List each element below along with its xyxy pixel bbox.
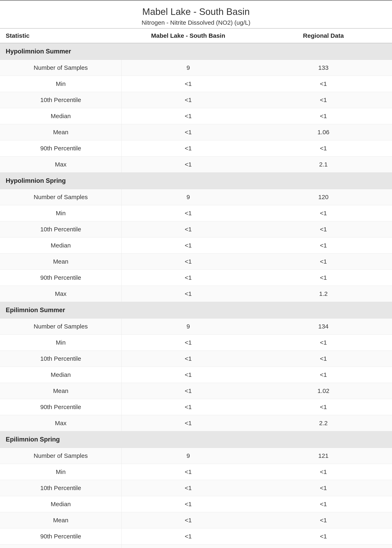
stat-lake: 9	[122, 448, 255, 464]
table-row: Median <1 <1	[0, 367, 392, 383]
stat-label: Mean	[0, 383, 122, 399]
stat-lake: <1	[122, 351, 255, 367]
stat-label: Number of Samples	[0, 448, 122, 464]
table-header-row: Statistic Mabel Lake - South Basin Regio…	[0, 28, 392, 43]
stat-lake: <1	[122, 140, 255, 156]
stat-label: Number of Samples	[0, 318, 122, 335]
table-row: Number of Samples 9 133	[0, 60, 392, 76]
stat-lake: <1	[122, 253, 255, 270]
table-row: 10th Percentile <1 <1	[0, 480, 392, 496]
stat-regional: 2.1	[255, 156, 392, 173]
report-page: Mabel Lake - South Basin Nitrogen - Nitr…	[0, 0, 392, 548]
stat-label: Min	[0, 464, 122, 480]
group-header: Epilimnion Spring	[0, 431, 392, 448]
stat-label: 10th Percentile	[0, 221, 122, 238]
stat-label: 10th Percentile	[0, 351, 122, 367]
stat-regional: <1	[255, 238, 392, 253]
stat-lake: <1	[122, 156, 255, 173]
stat-label: 90th Percentile	[0, 399, 122, 415]
table-row: Number of Samples 9 121	[0, 448, 392, 464]
stat-regional: 1.02	[255, 383, 392, 399]
stat-lake: <1	[122, 205, 255, 221]
stat-label: Mean	[0, 124, 122, 140]
col-header-lake: Mabel Lake - South Basin	[122, 28, 255, 43]
group-name: Hypolimnion Summer	[0, 43, 392, 60]
stat-regional: 134	[255, 318, 392, 335]
stat-label: Min	[0, 205, 122, 221]
group-name: Epilimnion Spring	[0, 431, 392, 448]
stat-lake: <1	[122, 496, 255, 512]
table-row: Min <1 <1	[0, 205, 392, 221]
stat-lake: <1	[122, 480, 255, 496]
table-row: 90th Percentile <1 <1	[0, 270, 392, 286]
table-row: Mean <1 1.02	[0, 383, 392, 399]
stat-label: Min	[0, 76, 122, 92]
stat-regional: <1	[255, 367, 392, 383]
stat-label: Median	[0, 496, 122, 512]
table-row: Max <1 2.1	[0, 156, 392, 173]
group-name: Epilimnion Summer	[0, 302, 392, 318]
stat-label: Mean	[0, 512, 122, 528]
table-row: Mean <1 <1	[0, 253, 392, 270]
page-subtitle: Nitrogen - Nitrite Dissolved (NO2) (ug/L…	[0, 19, 392, 26]
stat-label: Number of Samples	[0, 60, 122, 76]
stat-regional: <1	[255, 399, 392, 415]
stat-lake: <1	[122, 383, 255, 399]
table-row: Median <1 <1	[0, 238, 392, 253]
stat-lake: <1	[122, 464, 255, 480]
stat-lake: <1	[122, 76, 255, 92]
stat-lake: <1	[122, 286, 255, 302]
stat-regional: <1	[255, 335, 392, 351]
group-header: Hypolimnion Summer	[0, 43, 392, 60]
page-title: Mabel Lake - South Basin	[0, 6, 392, 17]
stat-regional: <1	[255, 270, 392, 286]
stat-label: 90th Percentile	[0, 528, 122, 545]
stat-regional: <1	[255, 205, 392, 221]
table-row: Number of Samples 9 134	[0, 318, 392, 335]
stat-lake: <1	[122, 415, 255, 431]
stat-label: 10th Percentile	[0, 480, 122, 496]
stat-lake: <1	[122, 545, 255, 548]
stat-lake: 9	[122, 318, 255, 335]
stat-lake: <1	[122, 367, 255, 383]
table-row: Max <1 1.1	[0, 545, 392, 548]
stat-lake: <1	[122, 124, 255, 140]
table-row: 10th Percentile <1 <1	[0, 221, 392, 238]
stat-regional: <1	[255, 351, 392, 367]
stat-regional: <1	[255, 76, 392, 92]
stat-lake: 9	[122, 60, 255, 76]
stat-lake: <1	[122, 528, 255, 545]
table-row: Median <1 <1	[0, 496, 392, 512]
stat-label: Median	[0, 238, 122, 253]
stat-label: Max	[0, 415, 122, 431]
stat-label: Max	[0, 286, 122, 302]
table-row: 10th Percentile <1 <1	[0, 92, 392, 108]
stat-regional: 120	[255, 189, 392, 205]
stat-lake: <1	[122, 238, 255, 253]
stat-regional: <1	[255, 140, 392, 156]
table-row: Median <1 <1	[0, 108, 392, 124]
stat-regional: <1	[255, 512, 392, 528]
title-block: Mabel Lake - South Basin Nitrogen - Nitr…	[0, 1, 392, 28]
table-row: Min <1 <1	[0, 76, 392, 92]
stat-regional: <1	[255, 221, 392, 238]
group-header: Epilimnion Summer	[0, 302, 392, 318]
table-row: 90th Percentile <1 <1	[0, 140, 392, 156]
stat-regional: 121	[255, 448, 392, 464]
stat-lake: <1	[122, 221, 255, 238]
table-row: Number of Samples 9 120	[0, 189, 392, 205]
table-body: Hypolimnion Summer Number of Samples 9 1…	[0, 43, 392, 548]
stat-label: 90th Percentile	[0, 140, 122, 156]
table-row: 90th Percentile <1 <1	[0, 399, 392, 415]
col-header-regional: Regional Data	[255, 28, 392, 43]
stat-regional: <1	[255, 528, 392, 545]
table-row: Mean <1 1.06	[0, 124, 392, 140]
stat-regional: <1	[255, 464, 392, 480]
stat-label: Max	[0, 545, 122, 548]
stat-regional: <1	[255, 108, 392, 124]
stat-label: 10th Percentile	[0, 92, 122, 108]
table-row: 90th Percentile <1 <1	[0, 528, 392, 545]
stat-lake: <1	[122, 399, 255, 415]
table-row: Max <1 2.2	[0, 415, 392, 431]
col-header-statistic: Statistic	[0, 28, 122, 43]
